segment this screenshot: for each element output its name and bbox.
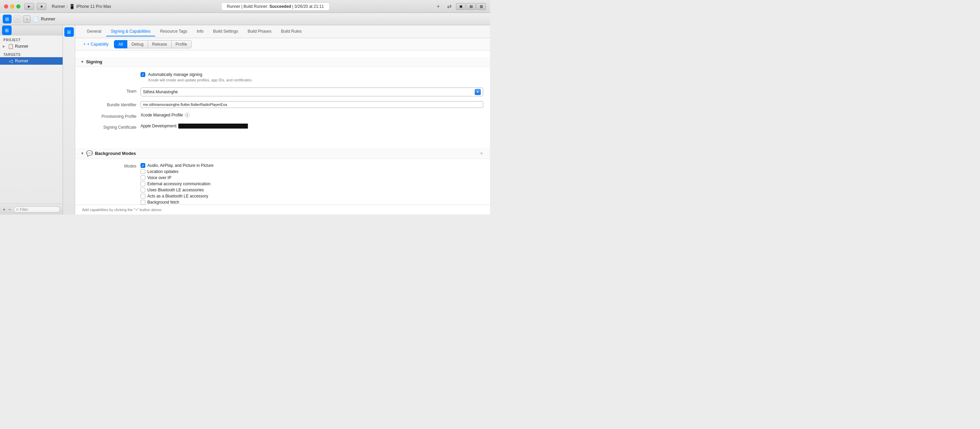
modes-list: Audio, AirPlay, and Picture in Picture L… (140, 163, 214, 205)
plus-icon: + (83, 42, 86, 47)
prov-profile-value: Xcode Managed Profile ℹ (140, 113, 483, 118)
sub-tab-profile[interactable]: Profile (172, 40, 192, 48)
sidebar: ⊞ PROJECT ▶ 📋 Runner TARGETS ◁ Runner + … (0, 25, 63, 215)
signing-title: Signing (86, 59, 102, 64)
project-section-label: PROJECT (0, 35, 63, 43)
nav-forward-btn[interactable]: › (23, 15, 30, 23)
maximize-button[interactable] (16, 5, 21, 8)
layout-btn-2[interactable]: ▤ (466, 3, 476, 10)
mode-voip-checkbox[interactable] (140, 175, 145, 180)
filter-icon: ⊙ (16, 208, 19, 211)
panel-sel-active-btn[interactable]: ⊞ (64, 27, 74, 37)
tab-build-phases[interactable]: Build Phases (243, 27, 276, 37)
signing-section: ▼ Signing Automatically manage signi (75, 57, 490, 140)
bg-modes-close[interactable]: × (479, 150, 485, 156)
build-status: Runner | Build Runner: Succeeded | 3/26/… (221, 2, 330, 11)
mode-audio-checkbox[interactable] (140, 163, 145, 168)
bottom-hint-text: Add capabilities by clicking the "+" but… (82, 208, 162, 212)
team-select[interactable]: Sithira Munasinghe ▼ (140, 88, 483, 96)
cert-redacted: ████████████████████████ (178, 124, 248, 128)
layout-btn-3[interactable]: ▥ (476, 3, 486, 10)
panel-toggle-btn[interactable]: ⊞ (3, 14, 11, 24)
sub-tab-debug[interactable]: Debug (127, 40, 148, 48)
modes-row: Modes Audio, AirPlay, and Picture in Pic… (82, 163, 483, 205)
toolbar-filename: Runner (41, 16, 56, 21)
team-select-arrow: ▼ (475, 89, 481, 95)
bundle-id-label: Bundle Identifier (82, 101, 137, 107)
bg-modes-header: ▼ 💬 Background Modes × (75, 148, 490, 159)
mode-bluetooth-le-checkbox[interactable] (140, 188, 145, 192)
title-bar: ▶ ■ Runner › 📱 iPhone 11 Pro Max Runner … (0, 0, 490, 13)
sidebar-toolbar: ⊞ (0, 25, 63, 35)
sub-tab-all[interactable]: All (114, 40, 127, 48)
toolbar: ⊞ ‹ › 📄 Runner (0, 13, 490, 25)
sidebar-item-project-runner[interactable]: ▶ 📋 Runner (0, 43, 63, 50)
mode-external-acc-checkbox[interactable] (140, 182, 145, 186)
mode-bluetooth-acc-label: Acts as a Bluetooth LE accessory (147, 194, 208, 198)
add-capability-label: + Capability (87, 42, 108, 47)
window-controls (4, 5, 21, 8)
stop-button[interactable]: ■ (37, 3, 46, 10)
play-button[interactable]: ▶ (24, 3, 34, 10)
close-button[interactable] (4, 5, 8, 8)
mode-location-label: Location updates (147, 169, 178, 174)
mode-bluetooth-le-label: Uses Bluetooth LE accessories (147, 188, 204, 192)
bundle-id-value: me.sithiramunasinghe.flutter.flutterRadi… (140, 101, 483, 108)
auto-manage-checkbox[interactable] (140, 72, 145, 77)
mode-fetch-checkbox[interactable] (140, 200, 145, 205)
cert-text: Apple Development: █████████████████████… (140, 124, 248, 128)
panel-sel-folder[interactable]: ⊞ (2, 26, 11, 35)
signing-section-header: ▼ Signing (75, 57, 490, 67)
breadcrumb-device[interactable]: iPhone 11 Pro Max (76, 4, 111, 9)
auto-manage-desc: Xcode will create and update profiles, a… (148, 78, 483, 83)
title-center: Runner | Build Runner: Succeeded | 3/26/… (116, 2, 434, 11)
tab-signing[interactable]: Signing & Capabilities (106, 27, 156, 37)
auto-manage-row: Automatically manage signing Xcode will … (82, 72, 483, 83)
tab-build-rules[interactable]: Build Rules (276, 27, 307, 37)
add-capability-button[interactable]: + + Capability (81, 40, 111, 48)
bundle-id-field[interactable]: me.sithiramunasinghe.flutter.flutterRadi… (140, 101, 483, 108)
nav-back-btn[interactable]: ‹ (14, 15, 21, 23)
content-with-panel-sel: ⊞ General Signing & Capabilities Resourc… (63, 25, 490, 215)
bg-modes-toggle[interactable]: ▼ (81, 152, 84, 155)
build-status-text: Runner | Build Runner: Succeeded | 3/26/… (227, 4, 324, 9)
bg-modes-icon: 💬 (86, 150, 93, 156)
main-layout: ⊞ PROJECT ▶ 📋 Runner TARGETS ◁ Runner + … (0, 25, 490, 215)
mode-bluetooth-le: Uses Bluetooth LE accessories (140, 188, 214, 192)
sub-tab-release[interactable]: Release (148, 40, 172, 48)
mode-location-checkbox[interactable] (140, 169, 145, 174)
mode-fetch-label: Background fetch (147, 200, 179, 205)
auto-manage-value: Automatically manage signing Xcode will … (140, 72, 483, 83)
remove-target-btn[interactable]: − (8, 207, 11, 212)
bottom-hint: Add capabilities by clicking the "+" but… (75, 205, 490, 215)
capability-content: ▼ Signing Automatically manage signi (75, 50, 490, 205)
mode-external-acc-label: External accessory communication (147, 182, 210, 186)
sidebar-item-target-runner[interactable]: ◁ Runner (0, 57, 63, 65)
targets-section-label: TARGETS (0, 50, 63, 57)
add-target-btn[interactable]: + (3, 207, 5, 212)
layout-btn-1[interactable]: ▣ (456, 3, 466, 10)
add-button[interactable]: + (434, 2, 442, 11)
tab-info[interactable]: Info (192, 27, 208, 37)
signing-toggle[interactable]: ▼ (81, 60, 84, 64)
right-content: General Signing & Capabilities Resource … (75, 25, 490, 215)
tab-build-settings[interactable]: Build Settings (208, 27, 243, 37)
split-button[interactable]: ⇄ (445, 2, 453, 11)
minimize-button[interactable] (10, 5, 14, 8)
project-icon: 📋 (8, 43, 13, 49)
mode-bluetooth-acc-checkbox[interactable] (140, 194, 145, 198)
info-icon[interactable]: ℹ (185, 113, 189, 118)
tab-general[interactable]: General (82, 27, 106, 37)
top-tabs: General Signing & Capabilities Resource … (75, 25, 490, 38)
signing-form: Automatically manage signing Xcode will … (75, 67, 490, 140)
tab-resource-tags[interactable]: Resource Tags (155, 27, 192, 37)
signing-cert-row: Signing Certificate Apple Development: █… (82, 124, 483, 130)
prov-profile-row: Provisioning Profile Xcode Managed Profi… (82, 113, 483, 119)
mode-location: Location updates (140, 169, 214, 174)
cert-prefix: Apple Development: (140, 124, 177, 128)
content-area: ⊞ General Signing & Capabilities Resourc… (63, 25, 490, 215)
filter-field[interactable]: ⊙ Filter (14, 206, 60, 212)
breadcrumb-runner[interactable]: Runner (52, 4, 65, 9)
mode-voip: Voice over IP (140, 175, 214, 180)
title-bar-right: + ⇄ ▣ ▤ ▥ (434, 2, 486, 11)
